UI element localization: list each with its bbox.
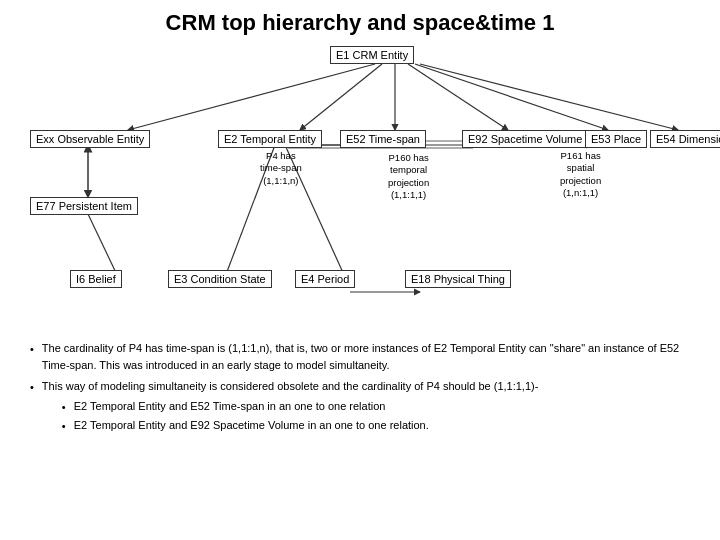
- node-e54: E54 Dimension: [650, 130, 720, 148]
- svg-line-1: [300, 64, 382, 130]
- node-e3: E3 Condition State: [168, 270, 272, 288]
- page: CRM top hierarchy and space&time 1: [0, 0, 720, 540]
- sub-bullet-dot-1: •: [62, 399, 66, 416]
- annotation-p161: P161 hasspatialprojection(1,n:1,1): [560, 150, 601, 199]
- bullet-dot-1: •: [30, 341, 34, 373]
- bullet-text-1: The cardinality of P4 has time-span is (…: [42, 340, 690, 373]
- sub-bullet-2: • E2 Temporal Entity and E92 Spacetime V…: [62, 417, 539, 435]
- bullet-1: • The cardinality of P4 has time-span is…: [30, 340, 690, 373]
- sub-bullet-dot-2: •: [62, 418, 66, 435]
- bullet-text-2-container: This way of modeling simultaneity is con…: [42, 378, 539, 437]
- bullet-2: • This way of modeling simultaneity is c…: [30, 378, 690, 437]
- node-i6: I6 Belief: [70, 270, 122, 288]
- node-exx: Exx Observable Entity: [30, 130, 150, 148]
- bullet-dot-2: •: [30, 379, 34, 437]
- sub-bullet-text-2: E2 Temporal Entity and E92 Spacetime Vol…: [74, 417, 429, 435]
- node-e4: E4 Period: [295, 270, 355, 288]
- node-e77: E77 Persistent Item: [30, 197, 138, 215]
- sub-bullets: • E2 Temporal Entity and E52 Time-span i…: [62, 398, 539, 435]
- svg-line-4: [415, 64, 608, 130]
- page-title: CRM top hierarchy and space&time 1: [20, 10, 700, 36]
- sub-bullet-1: • E2 Temporal Entity and E52 Time-span i…: [62, 398, 539, 416]
- annotation-p4: P4 hastime-span(1,1:1,n): [260, 150, 302, 187]
- annotation-p160: P160 hastemporalprojection(1,1:1,1): [388, 152, 429, 201]
- diagram: E1 CRM Entity Exx Observable Entity E2 T…: [20, 42, 700, 332]
- node-e2: E2 Temporal Entity: [218, 130, 322, 148]
- node-e53: E53 Place: [585, 130, 647, 148]
- svg-line-7: [88, 214, 118, 277]
- sub-bullet-text-1: E2 Temporal Entity and E52 Time-span in …: [74, 398, 386, 416]
- svg-line-0: [128, 64, 375, 130]
- node-e52: E52 Time-span: [340, 130, 426, 148]
- node-e92: E92 Spacetime Volume: [462, 130, 588, 148]
- node-e18: E18 Physical Thing: [405, 270, 511, 288]
- node-e1: E1 CRM Entity: [330, 46, 414, 64]
- bullet-text-2: This way of modeling simultaneity is con…: [42, 378, 539, 395]
- notes-section: • The cardinality of P4 has time-span is…: [20, 340, 700, 437]
